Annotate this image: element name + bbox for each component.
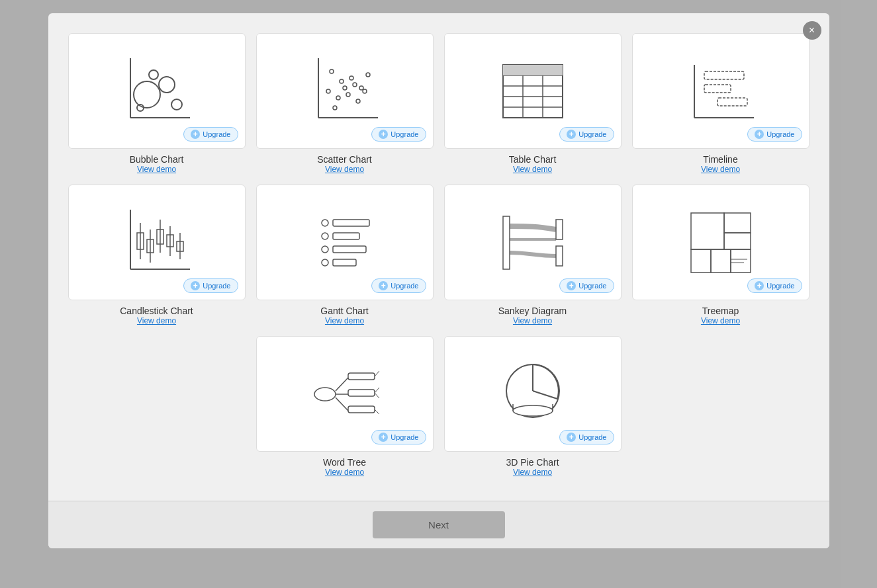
upgrade-label-bubble: Upgrade	[203, 130, 230, 138]
svg-rect-56	[556, 220, 563, 239]
svg-point-16	[346, 93, 350, 97]
view-demo-candlestick[interactable]: View demo	[137, 316, 176, 325]
view-demo-scatter[interactable]: View demo	[325, 165, 364, 174]
svg-line-67	[336, 378, 348, 391]
upgrade-badge-candlestick[interactable]: Upgrade	[183, 278, 238, 293]
svg-point-20	[353, 83, 357, 87]
svg-line-79	[533, 391, 557, 399]
svg-line-75	[375, 393, 379, 398]
chart-item-table: Upgrade Table Chart View demo	[444, 33, 622, 174]
chart-item-bubble: Upgrade Bubble Chart View demo	[68, 33, 246, 174]
upgrade-badge-scatter[interactable]: Upgrade	[371, 127, 426, 142]
svg-point-10	[340, 79, 344, 83]
svg-rect-32	[704, 71, 744, 79]
svg-point-3	[159, 77, 175, 93]
svg-point-4	[171, 99, 182, 110]
svg-rect-33	[704, 85, 731, 93]
svg-rect-70	[348, 373, 375, 380]
chart-item-treemap: Upgrade Treemap View demo	[632, 185, 809, 325]
upgrade-badge-wordtree[interactable]: Upgrade	[371, 430, 426, 444]
svg-rect-34	[717, 98, 747, 106]
upgrade-badge-gantt[interactable]: Upgrade	[371, 278, 426, 293]
upgrade-label-3dpie: Upgrade	[578, 433, 606, 441]
upgrade-badge-treemap[interactable]: Upgrade	[747, 278, 802, 293]
view-demo-table[interactable]: View demo	[513, 165, 552, 174]
svg-point-53	[322, 259, 328, 266]
chart-name-gantt: Gantt Chart	[320, 306, 368, 316]
upgrade-label-treemap: Upgrade	[766, 282, 794, 290]
chart-item-3dpie: Upgrade 3D Pie Chart View demo	[444, 336, 622, 477]
chart-card-sankey[interactable]: Upgrade	[444, 185, 622, 300]
chart-name-table: Table Chart	[509, 154, 557, 165]
view-demo-sankey[interactable]: View demo	[513, 316, 552, 325]
upgrade-label-gantt: Upgrade	[391, 282, 418, 290]
chart-name-wordtree: Word Tree	[323, 457, 366, 468]
svg-rect-48	[333, 220, 369, 226]
svg-rect-52	[333, 246, 366, 253]
chart-name-timeline: Timeline	[703, 154, 737, 165]
svg-point-14	[326, 89, 330, 93]
view-demo-treemap[interactable]: View demo	[701, 316, 740, 325]
view-demo-gantt[interactable]: View demo	[325, 316, 364, 325]
svg-point-19	[343, 86, 347, 90]
upgrade-label-wordtree: Upgrade	[391, 433, 418, 441]
svg-rect-29	[503, 65, 563, 75]
chart-name-scatter: Scatter Chart	[317, 154, 371, 165]
svg-rect-57	[556, 246, 563, 266]
svg-point-47	[322, 220, 328, 226]
upgrade-badge-bubble[interactable]: Upgrade	[183, 127, 238, 142]
chart-item-sankey: Upgrade Sankey Diagram View demo	[444, 185, 622, 325]
svg-rect-72	[348, 406, 375, 413]
chart-name-candlestick: Candlestick Chart	[120, 306, 193, 316]
view-demo-bubble[interactable]: View demo	[137, 165, 176, 174]
upgrade-badge-table[interactable]: Upgrade	[559, 127, 614, 142]
svg-point-12	[359, 86, 363, 90]
chart-row-2: Upgrade Candlestick Chart View demo	[68, 185, 809, 325]
svg-line-69	[336, 398, 348, 411]
view-demo-3dpie[interactable]: View demo	[513, 468, 552, 477]
chart-item-gantt: Upgrade Gantt Chart View demo	[256, 185, 434, 325]
svg-point-15	[336, 96, 340, 100]
svg-point-80	[513, 405, 553, 416]
svg-point-17	[356, 99, 360, 103]
modal-content: Upgrade Bubble Chart View demo	[48, 13, 829, 501]
upgrade-badge-timeline[interactable]: Upgrade	[747, 127, 802, 142]
chart-card-scatter[interactable]: Upgrade	[256, 33, 434, 149]
chart-name-treemap: Treemap	[702, 306, 739, 316]
svg-point-51	[322, 246, 328, 253]
upgrade-label-candlestick: Upgrade	[203, 282, 230, 290]
upgrade-label-timeline: Upgrade	[766, 130, 794, 138]
close-button[interactable]: ×	[803, 21, 821, 40]
chart-card-bubble[interactable]: Upgrade	[68, 33, 246, 149]
svg-rect-54	[333, 259, 356, 266]
view-demo-wordtree[interactable]: View demo	[325, 468, 364, 477]
upgrade-label-sankey: Upgrade	[578, 282, 606, 290]
svg-line-74	[375, 388, 379, 393]
svg-line-73	[375, 371, 379, 376]
chart-row-1: Upgrade Bubble Chart View demo	[68, 33, 809, 174]
upgrade-label-scatter: Upgrade	[391, 130, 418, 138]
svg-rect-71	[348, 390, 375, 396]
overlay: ×	[0, 0, 877, 588]
chart-card-table[interactable]: Upgrade	[444, 33, 622, 149]
chart-card-3dpie[interactable]: Upgrade	[444, 336, 622, 452]
svg-line-76	[375, 409, 379, 414]
chart-name-3dpie: 3D Pie Chart	[506, 457, 559, 468]
chart-card-treemap[interactable]: Upgrade	[632, 185, 809, 300]
view-demo-timeline[interactable]: View demo	[701, 165, 740, 174]
svg-point-18	[333, 106, 337, 110]
chart-card-gantt[interactable]: Upgrade	[256, 185, 434, 300]
chart-card-candlestick[interactable]: Upgrade	[68, 185, 246, 300]
svg-rect-58	[691, 213, 724, 249]
chart-picker-modal: ×	[48, 13, 829, 548]
svg-rect-50	[333, 233, 359, 239]
chart-item-wordtree: Upgrade Word Tree View demo	[256, 336, 434, 477]
next-button[interactable]: Next	[373, 511, 505, 538]
svg-rect-59	[724, 213, 751, 233]
chart-card-timeline[interactable]: Upgrade	[632, 33, 809, 149]
chart-card-wordtree[interactable]: Upgrade	[256, 336, 434, 452]
upgrade-badge-sankey[interactable]: Upgrade	[559, 278, 614, 293]
chart-item-candlestick: Upgrade Candlestick Chart View demo	[68, 185, 246, 325]
upgrade-badge-3dpie[interactable]: Upgrade	[559, 430, 614, 444]
chart-item-scatter: Upgrade Scatter Chart View demo	[256, 33, 434, 174]
